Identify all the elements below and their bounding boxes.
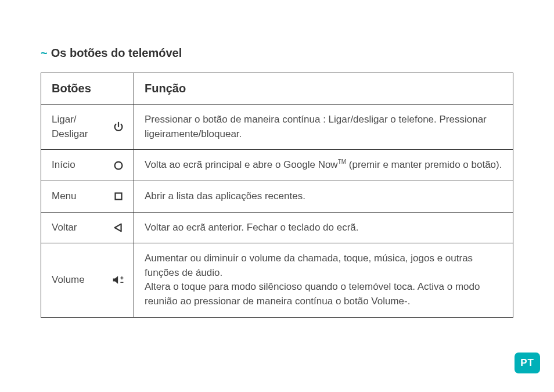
svg-rect-1 [116, 193, 122, 200]
header-buttons: Botões [41, 73, 134, 105]
buttons-table: Botões Função Ligar/ Desligar Pressionar… [41, 73, 513, 318]
button-cell-power: Ligar/ Desligar [41, 105, 134, 150]
button-cell-back: Voltar [41, 212, 134, 243]
table-row: Voltar Voltar ao ecrã anterior. Fechar o… [41, 212, 513, 243]
function-cell: Voltar ao ecrã anterior. Fechar o teclad… [134, 212, 513, 243]
section-heading-tilde: ~ [41, 46, 48, 59]
function-cell: Pressionar o botão de maneira contínua :… [134, 105, 513, 150]
volume-icon [111, 273, 125, 287]
desc-prefix: Volta ao ecrã principal e abre o Google … [145, 159, 338, 170]
header-function: Função [134, 73, 513, 105]
button-label: Início [52, 158, 75, 172]
recent-square-icon [111, 189, 125, 203]
button-cell-volume: Volume [41, 243, 134, 318]
table-row: Menu Abrir a lista das aplicações recent… [41, 181, 513, 212]
trademark-symbol: TM [338, 159, 346, 166]
function-cell: Aumentar ou diminuir o volume da chamada… [134, 243, 513, 318]
table-row: Volume Aumentar ou diminuir o volume da … [41, 243, 513, 318]
button-cell-home: Início [41, 150, 134, 181]
svg-point-0 [115, 161, 123, 169]
function-cell: Abrir a lista das aplicações recentes. [134, 181, 513, 212]
section-heading: ~Os botões do telemóvel [41, 46, 513, 60]
function-cell: Volta ao ecrã principal e abre o Google … [134, 150, 513, 181]
button-label: Voltar [52, 221, 77, 235]
table-header-row: Botões Função [41, 73, 513, 105]
desc-suffix: (premir e manter premido o botão). [346, 159, 502, 170]
home-circle-icon [111, 159, 125, 172]
language-tab-pt: PT [515, 353, 540, 373]
power-icon [111, 120, 125, 134]
button-label: Ligar/ Desligar [52, 113, 88, 141]
button-cell-menu: Menu [41, 181, 134, 212]
button-label: Menu [52, 189, 77, 204]
table-row: Início Volta ao ecrã principal e abre o … [41, 150, 513, 181]
section-heading-text: Os botões do telemóvel [51, 46, 182, 59]
table-row: Ligar/ Desligar Pressionar o botão de ma… [41, 105, 513, 150]
back-triangle-icon [111, 221, 125, 235]
button-label: Volume [52, 273, 85, 287]
